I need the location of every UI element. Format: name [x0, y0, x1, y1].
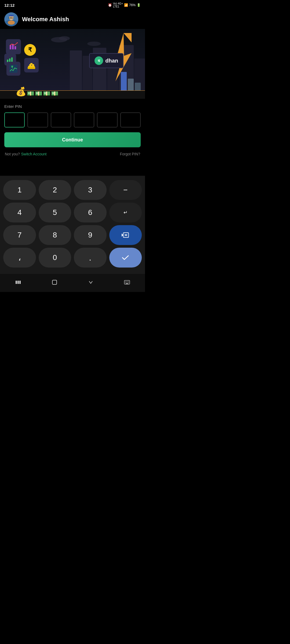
forgot-pin-link[interactable]: Forgot PIN?: [120, 152, 140, 156]
svg-rect-55: [127, 282, 128, 283]
pin-box-3[interactable]: [51, 112, 71, 127]
svg-rect-28: [15, 46, 16, 49]
status-icons: ⏰ Vo) 4G+LTE1 📶 76% 🔋: [108, 2, 141, 8]
money-bag-icon: 💰: [16, 86, 26, 97]
keypad-row-1: 1 2 3 −: [3, 180, 142, 200]
svg-rect-52: [128, 281, 129, 282]
svg-rect-47: [52, 280, 57, 284]
pin-box-4[interactable]: [74, 112, 94, 127]
key-3[interactable]: 3: [74, 180, 107, 200]
key-8[interactable]: 8: [39, 225, 71, 245]
svg-rect-51: [127, 281, 128, 282]
pin-box-1[interactable]: [4, 112, 25, 127]
svg-point-3: [8, 20, 15, 25]
switch-account-link[interactable]: Switch Account: [21, 152, 47, 156]
floating-icons-container: ₹ ₹: [0, 29, 145, 99]
pin-footer: Not you? Switch Account Forgot PIN?: [4, 152, 141, 156]
svg-rect-37: [30, 63, 32, 65]
key-9[interactable]: 9: [74, 225, 107, 245]
svg-rect-46: [19, 281, 21, 284]
hero-banner: ₹ ₹: [0, 29, 145, 99]
key-dot[interactable]: .: [74, 248, 107, 268]
svg-text:₹: ₹: [11, 65, 13, 69]
pin-label: Enter PIN: [4, 104, 141, 109]
not-you-section: Not you? Switch Account: [5, 152, 46, 156]
svg-rect-45: [17, 281, 19, 284]
money-notes: 💵 💵 💵 💵: [27, 90, 58, 97]
svg-rect-44: [16, 281, 17, 284]
battery-text: 76%: [129, 3, 136, 7]
key-check[interactable]: [109, 248, 142, 268]
svg-rect-53: [125, 282, 126, 283]
svg-rect-56: [128, 282, 129, 283]
key-backspace[interactable]: [109, 225, 142, 245]
not-you-text: Not you?: [5, 152, 20, 156]
nav-home[interactable]: [49, 277, 60, 288]
pin-boxes: [4, 112, 141, 127]
pin-box-5[interactable]: [97, 112, 117, 127]
spacer: [0, 160, 145, 176]
keypad: 1 2 3 − 4 5 6 ↵ 7 8 9 ، 0 .: [0, 176, 145, 273]
nav-bar: [0, 273, 145, 292]
nav-recent-apps[interactable]: [13, 277, 24, 288]
signal-text: Vo) 4G+LTE1: [113, 2, 123, 8]
key-comma[interactable]: ،: [3, 248, 36, 268]
key-2[interactable]: 2: [39, 180, 71, 200]
key-4[interactable]: 4: [3, 203, 36, 222]
nav-keyboard[interactable]: [122, 277, 132, 288]
svg-rect-54: [126, 282, 127, 283]
nav-back[interactable]: [85, 277, 96, 288]
pin-box-6[interactable]: [120, 112, 141, 127]
pin-box-2[interactable]: [27, 112, 48, 127]
key-6[interactable]: 6: [74, 203, 107, 222]
svg-rect-57: [126, 283, 128, 284]
rupee-coin-icon: ₹: [24, 44, 36, 56]
avatar: [4, 12, 18, 26]
key-minus[interactable]: −: [109, 180, 142, 200]
key-enter[interactable]: ↵: [109, 203, 142, 222]
header: Welcome Ashish: [0, 9, 145, 29]
keypad-row-3: 7 8 9: [3, 225, 142, 245]
svg-rect-34: [28, 67, 35, 69]
battery-icon: 🔋: [137, 3, 141, 7]
status-bar: 12:12 ⏰ Vo) 4G+LTE1 📶 76% 🔋: [0, 0, 145, 9]
key-5[interactable]: 5: [39, 203, 71, 222]
svg-rect-50: [126, 281, 127, 282]
chart-icon-box: [6, 39, 21, 54]
dhan-logo: ध: [95, 56, 103, 65]
inr-chart-icon: ₹: [6, 62, 20, 76]
continue-button[interactable]: Continue: [4, 132, 141, 147]
dhan-billboard: ध dhan: [89, 53, 124, 68]
keypad-row-2: 4 5 6 ↵: [3, 203, 142, 222]
svg-rect-8: [10, 15, 13, 16]
dhan-brand-name: dhan: [105, 58, 118, 64]
keypad-row-4: ، 0 .: [3, 248, 142, 268]
key-0[interactable]: 0: [39, 248, 71, 268]
key-1[interactable]: 1: [3, 180, 36, 200]
key-7[interactable]: 7: [3, 225, 36, 245]
gold-icon: [24, 58, 39, 72]
svg-rect-49: [125, 281, 126, 282]
welcome-text: Welcome Ashish: [22, 16, 69, 23]
signal-bars-icon: 📶: [124, 3, 128, 7]
alarm-icon: ⏰: [108, 3, 112, 7]
status-time: 12:12: [4, 3, 15, 8]
pin-section: Enter PIN Continue Not you? Switch Accou…: [0, 99, 145, 160]
